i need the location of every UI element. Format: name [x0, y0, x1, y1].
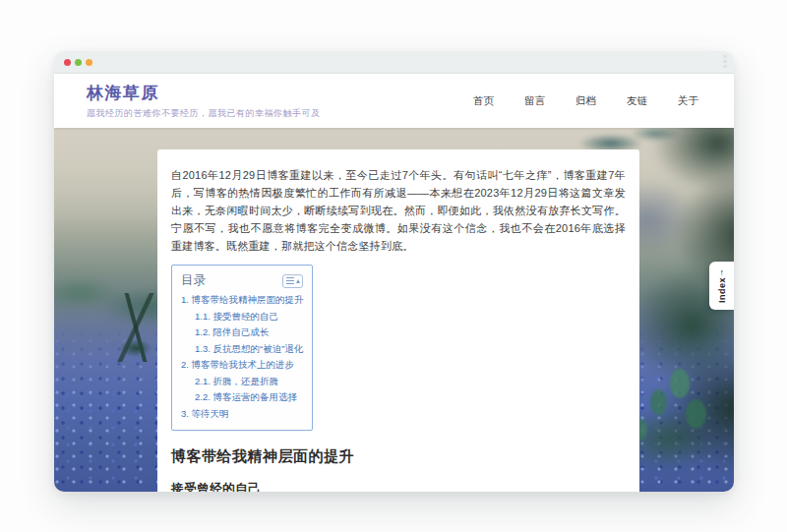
- main-nav: 首页 留言 归档 友链 关于: [473, 74, 698, 128]
- nav-item-guestbook[interactable]: 留言: [524, 94, 545, 108]
- browser-window: 林海草原 愿我经历的苦难你不要经历，愿我已有的幸福你触手可及 首页 留言 归档 …: [54, 51, 734, 492]
- subsection-heading: 接受曾经的自己: [171, 481, 626, 492]
- section-heading: 博客带给我精神层面的提升: [171, 447, 626, 466]
- toc-link[interactable]: 2. 博客带给我技术上的进步: [181, 357, 303, 374]
- left-sprig-art: [111, 293, 160, 362]
- maximize-window-icon[interactable]: [75, 59, 82, 66]
- minimize-window-icon[interactable]: [86, 59, 92, 66]
- nav-item-links[interactable]: 友链: [627, 94, 647, 108]
- toc-link[interactable]: 2.2. 博客运营的备用选择: [181, 389, 303, 406]
- nav-item-home[interactable]: 首页: [473, 94, 494, 108]
- nav-item-archive[interactable]: 归档: [575, 94, 596, 108]
- toc-link[interactable]: 3. 等待天明: [181, 406, 303, 423]
- site-subtitle: 愿我经历的苦难你不要经历，愿我已有的幸福你触手可及: [87, 107, 321, 120]
- toc-link[interactable]: 2.1. 折腾，还是折腾: [181, 374, 303, 390]
- nav-item-about[interactable]: 关于: [678, 94, 698, 108]
- chevron-up-icon: [296, 279, 300, 283]
- toc-link[interactable]: 1.1. 接受曾经的自己: [181, 309, 303, 325]
- toc-link[interactable]: 1. 博客带给我精神层面的提升: [181, 292, 303, 309]
- cactus-art: [650, 389, 667, 415]
- site-header: 林海草原 愿我经历的苦难你不要经历，愿我已有的幸福你触手可及 首页 留言 归档 …: [54, 74, 734, 128]
- traffic-lights: [64, 59, 92, 66]
- list-icon: [286, 277, 294, 284]
- toc-list: 1. 博客带给我精神层面的提升 1.1. 接受曾经的自己 1.2. 陪伴自己成长…: [181, 292, 303, 422]
- article-intro-paragraph: 自2016年12月29日博客重建以来，至今已走过7个年头。有句话叫“七年之痒”，…: [171, 166, 626, 255]
- article-card: 自2016年12月29日博客重建以来，至今已走过7个年头。有句话叫“七年之痒”，…: [157, 149, 639, 492]
- toc-collapse-button[interactable]: [282, 274, 303, 288]
- toc-link[interactable]: 1.3. 反抗思想的“被迫”退化: [181, 341, 303, 358]
- index-tab-label: Index: [717, 276, 727, 302]
- window-titlebar: [54, 51, 734, 74]
- table-of-contents: 目录 1. 博客带给我精神层面的提升 1.1. 接受曾经的自己 1.2. 陪伴自…: [171, 265, 313, 431]
- close-window-icon[interactable]: [64, 59, 71, 66]
- window-menu-icon[interactable]: [723, 55, 727, 68]
- cactus-art: [670, 369, 690, 398]
- index-side-tab[interactable]: Index ↑: [709, 262, 734, 310]
- site-title[interactable]: 林海草原: [87, 82, 159, 104]
- arrow-up-icon: ↑: [719, 266, 724, 276]
- cactus-art: [686, 399, 706, 429]
- toc-link[interactable]: 1.2. 陪伴自己成长: [181, 325, 303, 341]
- toc-title: 目录: [181, 272, 206, 289]
